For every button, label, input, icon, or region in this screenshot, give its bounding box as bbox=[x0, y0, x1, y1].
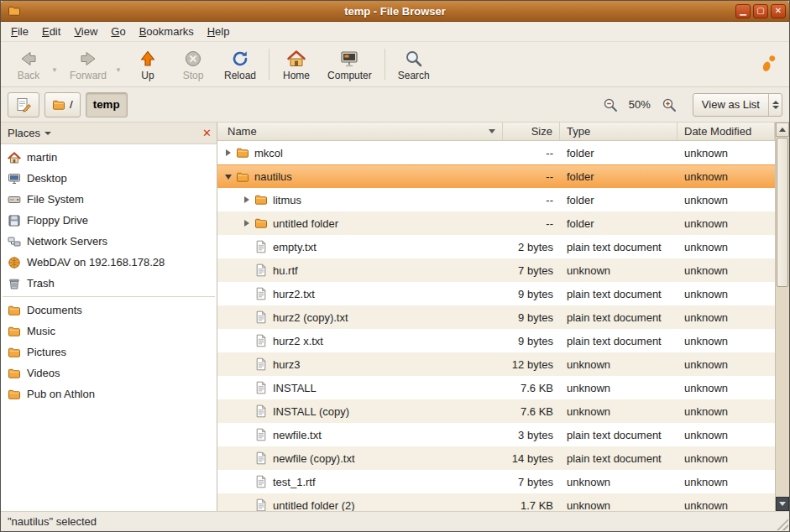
globe-icon bbox=[8, 256, 21, 269]
view-mode-select[interactable]: View as List bbox=[693, 93, 782, 117]
reload-label: Reload bbox=[224, 70, 256, 81]
sidebar-item-trash[interactable]: Trash bbox=[1, 273, 217, 294]
scrollbar-thumb[interactable] bbox=[777, 138, 788, 287]
sidebar-item-pub-on-athlon[interactable]: Pub on Athlon bbox=[1, 383, 217, 404]
table-row[interactable]: hurz312 bytesunknownunknown bbox=[217, 352, 775, 376]
file-type: folder bbox=[560, 188, 678, 211]
file-size: 1.7 KB bbox=[503, 493, 560, 511]
column-header-label: Type bbox=[567, 125, 590, 138]
chevron-down-icon bbox=[44, 132, 51, 135]
expander-slot[interactable] bbox=[239, 196, 254, 203]
table-row[interactable]: litmus--folderunknown bbox=[217, 188, 775, 211]
expander-slot[interactable] bbox=[221, 175, 236, 180]
table-row[interactable]: test_1.rtf7 bytesunknownunknown bbox=[217, 470, 775, 493]
resize-grip[interactable] bbox=[777, 519, 788, 530]
home-button[interactable]: Home bbox=[274, 46, 319, 83]
expander-collapsed-icon[interactable] bbox=[244, 220, 249, 227]
sidebar-close-button[interactable]: ✕ bbox=[202, 127, 212, 139]
column-header-type[interactable]: Type bbox=[560, 123, 678, 140]
table-row[interactable]: hurz2 x.txt9 bytesplain text documentunk… bbox=[217, 329, 775, 352]
menu-bookmarks[interactable]: Bookmarks bbox=[133, 23, 201, 40]
maximize-button[interactable]: ▢ bbox=[753, 4, 768, 18]
file-size: 9 bytes bbox=[503, 282, 560, 305]
sidebar-item-file-system[interactable]: File System bbox=[1, 189, 217, 210]
folder-icon bbox=[8, 367, 21, 380]
expander-slot[interactable] bbox=[239, 220, 254, 227]
column-header-name[interactable]: Name bbox=[217, 123, 503, 140]
table-row[interactable]: nautilus--folderunknown bbox=[217, 164, 775, 188]
file-type: plain text document bbox=[560, 446, 678, 470]
expander-collapsed-icon[interactable] bbox=[244, 196, 249, 203]
file-name: hurz2 x.txt bbox=[273, 335, 323, 347]
file-type: unknown bbox=[560, 352, 678, 376]
vertical-scrollbar[interactable] bbox=[775, 123, 789, 511]
table-row[interactable]: hurz2 (copy).txt9 bytesplain text docume… bbox=[217, 305, 775, 329]
table-row[interactable]: mkcol--folderunknown bbox=[217, 141, 775, 164]
table-row[interactable]: newfile.txt3 bytesplain text documentunk… bbox=[217, 423, 775, 446]
reload-button[interactable]: Reload bbox=[216, 46, 264, 83]
file-name: untitled folder bbox=[273, 217, 338, 230]
file-date-modified: unknown bbox=[678, 446, 775, 470]
table-row[interactable]: untitled folder--folderunknown bbox=[217, 211, 775, 235]
zoom-out-button[interactable] bbox=[600, 95, 620, 115]
folder-icon bbox=[236, 170, 249, 184]
table-row[interactable]: newfile (copy).txt14 bytesplain text doc… bbox=[217, 446, 775, 470]
statusbar: "nautilus" selected bbox=[1, 511, 789, 531]
sidebar-item-videos[interactable]: Videos bbox=[1, 362, 217, 383]
menu-go[interactable]: Go bbox=[104, 23, 132, 40]
sidebar-item-network-servers[interactable]: Network Servers bbox=[1, 231, 217, 252]
current-folder-button[interactable]: temp bbox=[86, 92, 128, 117]
table-row[interactable]: untitled folder (2)1.7 KBunknownunknown bbox=[217, 493, 775, 511]
sidebar-item-documents[interactable]: Documents bbox=[1, 300, 217, 321]
menu-file[interactable]: File bbox=[4, 23, 35, 40]
expander-collapsed-icon[interactable] bbox=[226, 149, 231, 156]
search-button[interactable]: Search bbox=[390, 46, 438, 83]
titlebar[interactable]: temp - File Browser ▁ ▢ ✕ bbox=[1, 1, 789, 22]
file-icon bbox=[254, 310, 268, 324]
reload-icon bbox=[230, 49, 250, 69]
drive-icon bbox=[8, 193, 21, 206]
root-folder-button[interactable]: / bbox=[44, 92, 81, 117]
back-icon bbox=[18, 49, 39, 69]
minimize-button[interactable]: ▁ bbox=[735, 4, 751, 18]
sidebar-item-floppy-drive[interactable]: Floppy Drive bbox=[1, 210, 217, 231]
table-row[interactable]: INSTALL (copy)7.6 KBunknownunknown bbox=[217, 399, 775, 423]
scroll-down-button[interactable] bbox=[776, 497, 789, 511]
sidebar-item-pictures[interactable]: Pictures bbox=[1, 342, 217, 362]
stop-button: Stop bbox=[170, 46, 216, 83]
sidebar-item-label: Pub on Athlon bbox=[27, 388, 95, 400]
edit-location-button[interactable] bbox=[8, 92, 39, 117]
menu-view[interactable]: View bbox=[67, 23, 104, 40]
zoom-in-button[interactable] bbox=[659, 95, 679, 115]
table-row[interactable]: empty.txt2 bytesplain text documentunkno… bbox=[217, 235, 775, 258]
desktop-icon bbox=[8, 172, 21, 185]
file-icon bbox=[254, 334, 268, 347]
expander-expanded-icon[interactable] bbox=[225, 175, 232, 180]
file-date-modified: unknown bbox=[678, 211, 775, 235]
status-text: "nautilus" selected bbox=[8, 515, 97, 528]
table-row[interactable]: INSTALL7.6 KBunknownunknown bbox=[217, 376, 775, 399]
file-browser-window: temp - File Browser ▁ ▢ ✕ FileEditViewGo… bbox=[0, 0, 790, 532]
column-header-size[interactable]: Size bbox=[503, 123, 560, 140]
table-row[interactable]: hu.rtf7 bytesunknownunknown bbox=[217, 258, 775, 282]
file-size: -- bbox=[503, 188, 560, 211]
table-row[interactable]: hurz2.txt9 bytesplain text documentunkno… bbox=[217, 282, 775, 305]
up-button[interactable]: Up bbox=[125, 46, 170, 83]
scroll-up-button[interactable] bbox=[776, 123, 789, 137]
sidebar-item-music[interactable]: Music bbox=[1, 321, 217, 342]
computer-button[interactable]: Computer bbox=[319, 46, 380, 83]
toolbar-separator bbox=[385, 49, 385, 80]
file-icon bbox=[254, 263, 268, 277]
places-dropdown[interactable]: Places bbox=[8, 127, 51, 139]
column-header-date-modified[interactable]: Date Modified bbox=[678, 123, 775, 140]
close-button[interactable]: ✕ bbox=[771, 4, 786, 18]
expander-slot[interactable] bbox=[221, 149, 236, 156]
network-icon bbox=[8, 235, 21, 248]
sidebar-item-webdav-on-192-168-178-28[interactable]: WebDAV on 192.168.178.28 bbox=[1, 252, 217, 273]
sidebar-item-martin[interactable]: martin bbox=[1, 147, 217, 168]
sidebar-item-desktop[interactable]: Desktop bbox=[1, 168, 217, 189]
menu-help[interactable]: Help bbox=[201, 23, 237, 40]
file-icon bbox=[254, 428, 268, 441]
forward-button: Forward bbox=[61, 46, 115, 83]
menu-edit[interactable]: Edit bbox=[35, 23, 67, 40]
